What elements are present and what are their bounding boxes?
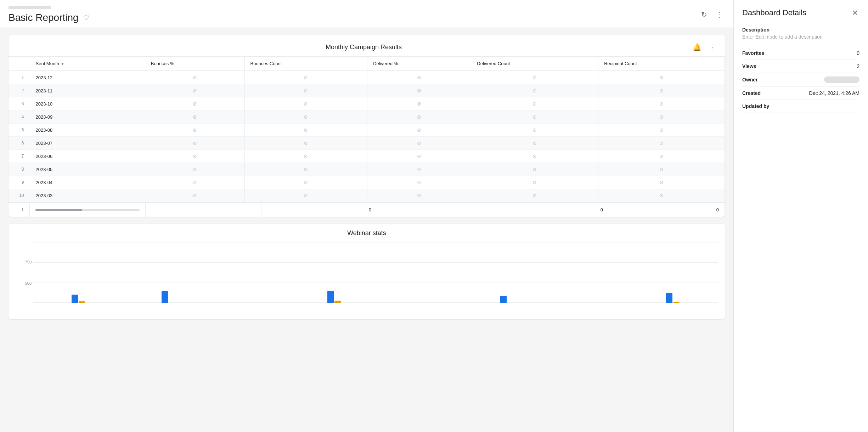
- description-label: Description: [742, 27, 859, 33]
- cell-row-num: 10: [9, 189, 30, 202]
- null-icon: ⊘: [250, 140, 362, 146]
- breadcrumb: [9, 6, 51, 9]
- bar-group: [500, 296, 507, 303]
- chart-area: 750 500: [16, 243, 718, 313]
- bar-orange: [334, 301, 341, 303]
- null-icon: ⊘: [477, 166, 592, 172]
- sort-icon: ▼: [61, 62, 64, 66]
- null-icon: ⊘: [373, 127, 465, 133]
- null-icon: ⊘: [373, 140, 465, 146]
- footer-sent-month[interactable]: [30, 203, 146, 217]
- y-label-750: 750: [16, 260, 32, 264]
- null-icon: ⊘: [604, 88, 719, 93]
- cell-delivered_count: ⊘: [471, 84, 598, 97]
- null-icon: ⊘: [604, 114, 719, 120]
- cell-bounces_count: ⊘: [244, 189, 367, 202]
- refresh-button[interactable]: ↻: [699, 8, 709, 21]
- col-delivered-pct: Delivered %: [367, 57, 471, 71]
- table-row: 82023-05⊘⊘⊘⊘⊘: [9, 163, 725, 176]
- card-title: Monthly Campaign Results: [37, 44, 691, 51]
- cell-delivered_pct: ⊘: [367, 97, 471, 110]
- table-row: 62023-07⊘⊘⊘⊘⊘: [9, 137, 725, 150]
- bar-group: [666, 293, 680, 303]
- null-icon: ⊘: [604, 180, 719, 185]
- cell-delivered_count: ⊘: [471, 176, 598, 189]
- content-area: Monthly Campaign Results 🔔 ⋮: [0, 28, 733, 326]
- cell-delivered_count: ⊘: [471, 189, 598, 202]
- bar-group: [162, 291, 168, 303]
- cell-row-num: 2: [9, 84, 30, 97]
- cell-row-num: 1: [9, 71, 30, 84]
- cell-sent-month: 2023-04: [30, 176, 145, 189]
- favorite-icon[interactable]: ♡: [83, 13, 89, 22]
- cell-delivered_count: ⊘: [471, 150, 598, 163]
- chart-bars-wrapper: [33, 243, 718, 303]
- table-row: 12023-12⊘⊘⊘⊘⊘: [9, 71, 725, 84]
- footer-bounces-count: 0: [261, 203, 377, 217]
- footer-row-num: 1: [9, 203, 30, 217]
- footer-delivered-count: 0: [493, 203, 609, 217]
- table-footer: 1 0 0 0: [9, 202, 725, 217]
- cell-row-num: 5: [9, 124, 30, 137]
- panel-row: Owner: [742, 73, 859, 87]
- panel-header: Dashboard Details ✕: [742, 7, 859, 18]
- title-row: Basic Reporting ♡: [9, 12, 89, 23]
- null-icon: ⊘: [250, 180, 362, 185]
- cell-delivered_pct: ⊘: [367, 124, 471, 137]
- null-icon: ⊘: [250, 114, 362, 120]
- cell-bounces_count: ⊘: [244, 163, 367, 176]
- panel-title: Dashboard Details: [742, 8, 806, 17]
- bar-blue: [500, 296, 507, 303]
- col-bounces-pct: Bounces %: [145, 57, 244, 71]
- null-icon: ⊘: [604, 75, 719, 80]
- cell-bounces_pct: ⊘: [145, 150, 244, 163]
- bar-blue: [162, 291, 168, 303]
- scrollbar-track[interactable]: [35, 209, 140, 211]
- footer-bounces-pct: [146, 203, 261, 217]
- col-sent-month[interactable]: Sent Month ▼: [30, 57, 145, 71]
- panel-row-label: Favorites: [742, 50, 764, 56]
- null-icon: ⊘: [250, 166, 362, 172]
- null-icon: ⊘: [373, 88, 465, 93]
- cell-sent-month: 2023-12: [30, 71, 145, 84]
- null-icon: ⊘: [477, 114, 592, 120]
- null-icon: ⊘: [151, 88, 239, 93]
- col-bounces-count: Bounces Count: [244, 57, 367, 71]
- panel-row: CreatedDec 24, 2021, 4:26 AM: [742, 87, 859, 100]
- null-icon: ⊘: [373, 166, 465, 172]
- panel-row-label: Owner: [742, 77, 758, 83]
- col-delivered-count: Delivered Count: [471, 57, 598, 71]
- bar-orange: [79, 301, 85, 303]
- cell-bounces_count: ⊘: [244, 137, 367, 150]
- panel-row-value: 2: [857, 63, 859, 69]
- null-icon: ⊘: [477, 140, 592, 146]
- card-more-button[interactable]: ⋮: [706, 41, 718, 53]
- panel-row-value: Dec 24, 2021, 4:26 AM: [809, 90, 859, 96]
- cell-bounces_count: ⊘: [244, 84, 367, 97]
- close-panel-button[interactable]: ✕: [851, 7, 859, 18]
- cell-bounces_pct: ⊘: [145, 176, 244, 189]
- add-alert-button[interactable]: 🔔: [691, 41, 704, 53]
- chart-title: Webinar stats: [16, 229, 718, 237]
- null-icon: ⊘: [373, 101, 465, 107]
- cell-recipient_count: ⊘: [598, 124, 725, 137]
- card-more-icon: ⋮: [709, 43, 716, 51]
- col-recipient-count: Recipient Count: [598, 57, 725, 71]
- cell-delivered_count: ⊘: [471, 71, 598, 84]
- cell-delivered_pct: ⊘: [367, 189, 471, 202]
- cell-recipient_count: ⊘: [598, 176, 725, 189]
- refresh-icon: ↻: [701, 10, 707, 19]
- null-icon: ⊘: [151, 180, 239, 185]
- y-label-500: 500: [16, 281, 32, 285]
- footer-recipient-count: 0: [609, 203, 725, 217]
- chart-y-labels: 750 500: [16, 243, 32, 303]
- panel-row: Favorites0: [742, 47, 859, 60]
- cell-recipient_count: ⊘: [598, 150, 725, 163]
- cell-recipient_count: ⊘: [598, 189, 725, 202]
- cell-sent-month: 2023-10: [30, 97, 145, 110]
- cell-bounces_pct: ⊘: [145, 110, 244, 124]
- cell-bounces_count: ⊘: [244, 97, 367, 110]
- more-options-button[interactable]: ⋮: [714, 8, 725, 21]
- bar-group: [327, 291, 341, 303]
- null-icon: ⊘: [373, 114, 465, 120]
